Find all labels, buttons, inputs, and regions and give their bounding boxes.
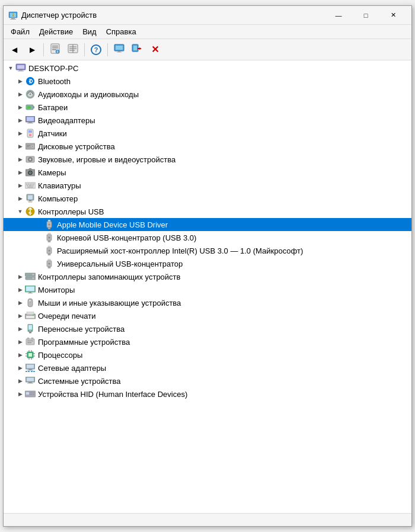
scan-button[interactable] [129,41,145,58]
svg-rect-28 [19,70,23,71]
back-button[interactable]: ◀ [6,41,23,58]
list-item-sound[interactable]: ▶ Звуковые, игровые и видеоустройства [4,153,411,166]
svg-rect-67 [28,196,33,200]
expander-usb[interactable]: ▼ [15,205,25,218]
properties-icon [50,43,60,56]
menu-file[interactable]: Файл [6,26,34,37]
list-item-audio[interactable]: ▶ Аудиовходы и аудиовыходы [4,88,411,101]
minimize-button[interactable]: — [325,6,352,25]
help-button[interactable]: ? [88,41,104,58]
svg-rect-101 [27,312,34,315]
svg-rect-3 [10,19,16,20]
network-icon [25,363,36,373]
remove-button[interactable]: ✕ [146,41,163,58]
list-item-xhci[interactable]: Расширяемый хост-контроллер Intel(R) USB… [4,244,411,257]
list-item-software[interactable]: ▶ Программные устройства [4,335,411,348]
list-item-display[interactable]: ▶ Видеоадаптеры [4,114,411,127]
svg-rect-19 [116,46,123,50]
expander-portable[interactable]: ▶ [15,322,25,335]
remove-icon: ✕ [151,44,159,55]
expander-system[interactable]: ▶ [15,374,25,387]
expander-monitors[interactable]: ▶ [15,283,25,296]
list-item-sensors[interactable]: ▶ Датчики [4,127,411,140]
list-item-portable[interactable]: ▶ Переносные устройства [4,322,411,335]
close-button[interactable]: ✕ [379,6,407,25]
expander-display[interactable]: ▶ [15,114,25,127]
expander-battery[interactable]: ▶ [15,101,25,114]
list-item-storage-ctrl[interactable]: ▶ Контроллеры запоминающих устройств [4,270,411,283]
expander-audio[interactable]: ▶ [15,88,25,101]
svg-rect-82 [48,246,50,248]
storage-ctrl-label: Контроллеры запоминающих устройств [38,273,180,281]
expander-software[interactable]: ▶ [15,335,25,348]
device-tree[interactable]: ▼ DESKTOP-PC ▶ Bluetooth [4,60,411,513]
monitors-label: Мониторы [38,286,75,294]
svg-point-106 [30,331,31,332]
svg-rect-109 [27,338,29,339]
list-item-mice[interactable]: ▶ Мыши и иные указывающие устройства [4,296,411,309]
print-icon [25,310,36,321]
expander-sensors[interactable]: ▶ [15,127,25,140]
list-item-processors[interactable]: ▶ Процессоры [4,348,411,361]
list-item-cameras[interactable]: ▶ Камеры [4,166,411,179]
svg-rect-99 [29,300,31,302]
svg-rect-136 [26,392,29,395]
maximize-button[interactable]: □ [352,6,379,25]
list-item-apple-usb[interactable]: Apple Mobile Device USB Driver [4,218,411,231]
menu-view[interactable]: Вид [78,26,101,37]
svg-rect-64 [33,185,34,187]
svg-rect-128 [28,371,30,372]
svg-rect-39 [28,122,32,123]
expander-bluetooth[interactable]: ▶ [15,75,25,88]
list-item-bluetooth[interactable]: ▶ Bluetooth [4,75,411,88]
list-item-battery[interactable]: ▶ Батареи [4,101,411,114]
expander-root[interactable]: ▼ [6,62,15,75]
list-item-usb[interactable]: ▼ Контроллеры USB [4,205,411,218]
svg-rect-12 [57,52,58,53]
list-button[interactable] [65,41,81,58]
list-item-print-queues[interactable]: ▶ Очереди печати [4,309,411,322]
forward-button[interactable]: ▶ [24,41,40,58]
list-item-hid[interactable]: ▶ Устройства HID (Human Interface Device… [4,387,411,400]
list-item-monitors[interactable]: ▶ Мониторы [4,283,411,296]
svg-point-93 [33,277,34,279]
expander-print-queues[interactable]: ▶ [15,309,25,322]
menu-action[interactable]: Действие [34,26,78,37]
expander-cameras[interactable]: ▶ [15,166,25,179]
list-item-system[interactable]: ▶ Системные устройства [4,374,411,387]
svg-rect-96 [29,292,31,293]
sensor-icon [25,128,36,139]
list-item-computer[interactable]: ▶ Компьютер [4,192,411,205]
menu-help[interactable]: Справка [101,26,141,37]
list-icon [68,43,78,56]
expander-storage-ctrl[interactable]: ▶ [15,270,25,283]
properties-button[interactable] [47,41,63,58]
svg-rect-29 [18,71,24,72]
svg-rect-132 [27,378,34,382]
monitor-button[interactable] [111,41,127,58]
expander-disk[interactable]: ▶ [15,140,25,153]
expander-network[interactable]: ▶ [15,361,25,374]
display-label: Видеоадаптеры [38,116,95,125]
svg-rect-60 [31,184,33,185]
expander-sound[interactable]: ▶ [15,153,25,166]
expander-mice[interactable]: ▶ [15,296,25,309]
expander-keyboards[interactable]: ▶ [15,179,25,192]
separator-2 [84,43,85,56]
mice-label: Мыши и иные указывающие устройства [38,299,181,307]
computer-icon [15,63,26,73]
expander-computer[interactable]: ▶ [15,192,25,205]
list-item-usb-hub[interactable]: Универсальный USB-концентратор [4,257,411,270]
keyboard-icon [25,180,36,191]
list-item-network[interactable]: ▶ Сетевые адаптеры [4,361,411,374]
svg-rect-125 [28,369,32,370]
svg-point-43 [29,134,31,136]
list-item-keyboards[interactable]: ▶ Клавиатуры [4,179,411,192]
menu-bar: Файл Действие Вид Справка [4,25,411,39]
svg-rect-105 [28,325,32,330]
expander-processors[interactable]: ▶ [15,348,25,361]
expander-hid[interactable]: ▶ [15,387,25,400]
list-item-disk[interactable]: ▶ Дисковые устройства [4,140,411,153]
tree-root[interactable]: ▼ DESKTOP-PC [4,62,411,75]
list-item-root-hub[interactable]: Корневой USB-концентратор (USB 3.0) [4,231,411,244]
